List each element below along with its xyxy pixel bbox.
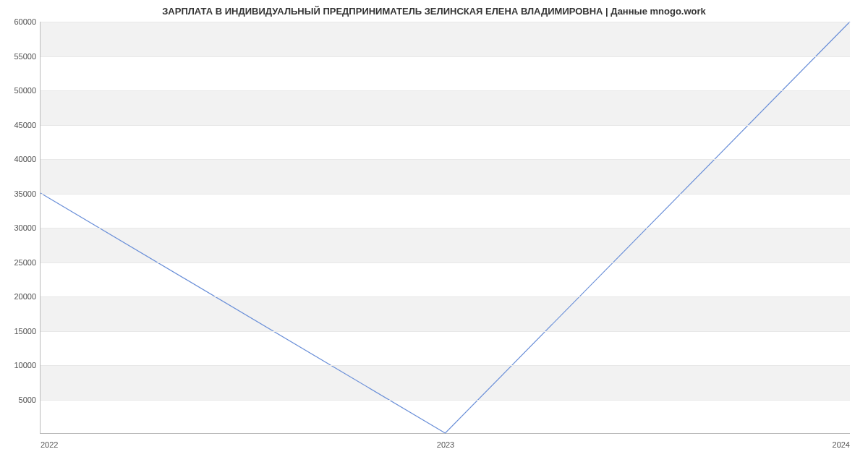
x-tick-label: 2024 xyxy=(833,440,850,449)
y-tick-label: 15000 xyxy=(14,327,36,336)
y-gridline xyxy=(41,194,850,195)
y-tick-label: 20000 xyxy=(14,292,36,301)
y-gridline xyxy=(41,159,850,160)
plot-area: 5000100001500020000250003000035000400004… xyxy=(40,22,850,434)
x-tick-label: 2022 xyxy=(41,440,58,449)
chart-title: ЗАРПЛАТА В ИНДИВИДУАЛЬНЫЙ ПРЕДПРИНИМАТЕЛ… xyxy=(0,6,868,17)
y-gridline xyxy=(41,296,850,297)
y-gridline xyxy=(41,125,850,126)
y-tick-label: 25000 xyxy=(14,258,36,267)
y-tick-label: 55000 xyxy=(14,52,36,61)
y-gridline xyxy=(41,400,850,401)
y-tick-label: 30000 xyxy=(14,223,36,232)
y-gridline xyxy=(41,22,850,22)
y-tick-label: 60000 xyxy=(14,17,36,26)
y-tick-label: 50000 xyxy=(14,86,36,95)
y-tick-label: 5000 xyxy=(19,396,36,404)
y-tick-label: 40000 xyxy=(14,155,36,163)
chart-container: ЗАРПЛАТА В ИНДИВИДУАЛЬНЫЙ ПРЕДПРИНИМАТЕЛ… xyxy=(0,0,868,470)
y-gridline xyxy=(41,262,850,263)
y-gridline xyxy=(41,56,850,57)
y-gridline xyxy=(41,331,850,332)
y-tick-label: 10000 xyxy=(14,361,36,369)
y-tick-label: 45000 xyxy=(14,121,36,129)
x-tick-label: 2023 xyxy=(437,440,454,449)
y-tick-label: 35000 xyxy=(14,189,36,198)
y-gridline xyxy=(41,365,850,366)
y-gridline xyxy=(41,90,850,91)
y-gridline xyxy=(41,228,850,228)
